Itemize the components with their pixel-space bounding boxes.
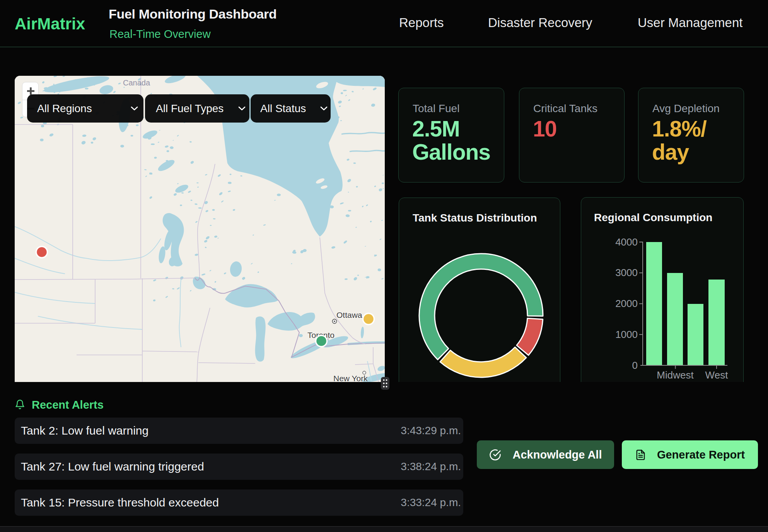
svg-text:West: West: [705, 369, 729, 381]
svg-text:New York: New York: [333, 374, 368, 382]
svg-text:3000: 3000: [615, 267, 638, 278]
svg-text:Midwest: Midwest: [657, 369, 694, 381]
svg-text:Ottawa: Ottawa: [336, 310, 362, 319]
svg-text:2000: 2000: [615, 298, 638, 309]
svg-text:0: 0: [632, 360, 638, 371]
svg-text:1000: 1000: [615, 329, 638, 340]
svg-text:Canada: Canada: [123, 78, 150, 87]
svg-text:4000: 4000: [615, 236, 638, 248]
